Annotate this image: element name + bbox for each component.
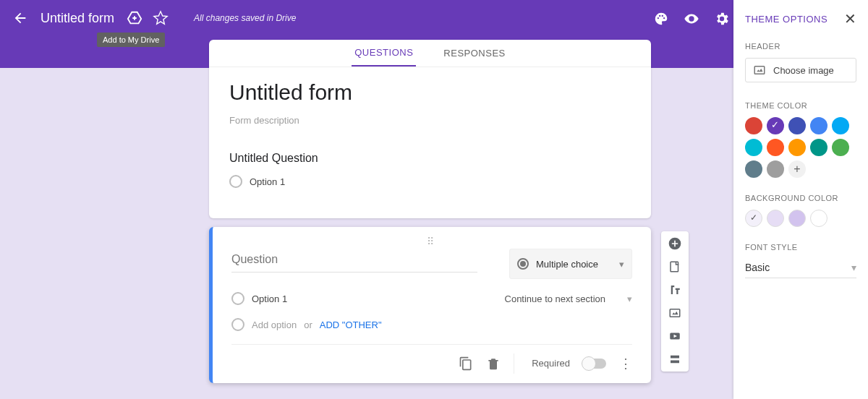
svg-point-0 bbox=[658, 17, 659, 19]
question-editor: ⠿ Multiple choice ▾ Option 1 Continue to… bbox=[209, 227, 651, 383]
tab-questions[interactable]: QUESTIONS bbox=[352, 40, 416, 66]
theme-color-swatch[interactable] bbox=[810, 117, 827, 134]
settings-icon[interactable] bbox=[713, 10, 731, 27]
add-option-row: Add option or ADD "OTHER" bbox=[231, 318, 632, 331]
add-option-link[interactable]: Add option bbox=[252, 319, 297, 330]
font-style-value: Basic bbox=[745, 262, 770, 273]
radio-type-icon bbox=[517, 258, 529, 270]
svg-point-3 bbox=[663, 17, 665, 19]
theme-panel-title: THEME OPTIONS bbox=[745, 14, 827, 25]
or-text: or bbox=[304, 319, 312, 330]
add-video-icon[interactable] bbox=[667, 328, 683, 344]
drive-tooltip: Add to My Drive bbox=[97, 33, 165, 47]
radio-icon bbox=[229, 175, 242, 188]
svg-rect-6 bbox=[671, 262, 678, 272]
image-icon bbox=[753, 64, 766, 77]
form-header: Untitled form Form description bbox=[209, 67, 651, 147]
svg-point-1 bbox=[659, 15, 660, 17]
add-to-drive-icon[interactable] bbox=[126, 9, 143, 27]
theme-color-label: THEME COLOR bbox=[745, 101, 856, 110]
bg-color-swatch[interactable] bbox=[810, 210, 827, 227]
goto-section-select[interactable]: Continue to next section ▾ bbox=[505, 293, 632, 304]
bg-color-swatch[interactable] bbox=[767, 210, 784, 227]
theme-color-swatches: + bbox=[745, 117, 856, 178]
svg-rect-10 bbox=[671, 361, 679, 364]
svg-rect-7 bbox=[670, 309, 680, 317]
radio-icon bbox=[231, 292, 244, 305]
form-card: QUESTIONS RESPONSES Untitled form Form d… bbox=[209, 40, 651, 218]
question-type-select[interactable]: Multiple choice ▾ bbox=[509, 249, 632, 279]
more-icon[interactable]: ⋮ bbox=[619, 356, 632, 372]
palette-icon[interactable] bbox=[652, 10, 670, 27]
appbar-left: Untitled form All changes saved in Drive bbox=[12, 0, 296, 36]
chevron-down-icon: ▾ bbox=[627, 293, 632, 304]
bg-color-swatches bbox=[745, 210, 856, 227]
import-questions-icon[interactable] bbox=[667, 259, 683, 275]
bg-color-swatch[interactable] bbox=[745, 210, 762, 227]
drag-handle-icon[interactable]: ⠿ bbox=[231, 236, 632, 244]
theme-color-swatch[interactable] bbox=[745, 139, 762, 156]
theme-color-swatch[interactable] bbox=[767, 160, 784, 178]
theme-color-swatch[interactable] bbox=[767, 117, 784, 134]
bg-color-label: BACKGROUND COLOR bbox=[745, 194, 856, 202]
form-description[interactable]: Form description bbox=[229, 115, 631, 126]
radio-icon bbox=[231, 318, 244, 331]
chevron-down-icon: ▾ bbox=[851, 262, 856, 273]
star-icon[interactable] bbox=[152, 9, 169, 27]
required-toggle[interactable] bbox=[583, 359, 606, 369]
question-1-title: Untitled Question bbox=[229, 152, 631, 165]
header-section-label: HEADER bbox=[745, 42, 856, 51]
add-section-icon[interactable] bbox=[667, 351, 683, 367]
editor-option-1: Option 1 Continue to next section ▾ bbox=[231, 292, 632, 305]
goto-label: Continue to next section bbox=[505, 293, 605, 304]
add-question-icon[interactable] bbox=[667, 236, 683, 252]
close-icon[interactable]: ✕ bbox=[844, 10, 856, 27]
svg-point-2 bbox=[662, 15, 663, 17]
add-image-icon[interactable] bbox=[667, 305, 683, 321]
question-1-option-1: Option 1 bbox=[229, 175, 631, 188]
theme-color-swatch[interactable] bbox=[745, 117, 762, 134]
svg-point-4 bbox=[690, 17, 693, 20]
choose-image-button[interactable]: Choose image bbox=[745, 58, 856, 82]
theme-color-swatch[interactable] bbox=[788, 139, 806, 156]
option-label: Option 1 bbox=[250, 176, 285, 187]
theme-color-swatch[interactable] bbox=[745, 160, 762, 178]
delete-icon[interactable] bbox=[486, 356, 501, 371]
required-label: Required bbox=[532, 358, 570, 369]
save-status: All changes saved in Drive bbox=[194, 13, 296, 23]
add-other-link[interactable]: ADD "OTHER" bbox=[320, 319, 382, 330]
side-toolbar bbox=[661, 231, 689, 372]
theme-color-swatch[interactable] bbox=[810, 139, 827, 156]
theme-panel: THEME OPTIONS ✕ HEADER Choose image THEM… bbox=[733, 0, 868, 399]
tabs: QUESTIONS RESPONSES bbox=[209, 40, 651, 67]
form-title-header[interactable]: Untitled form bbox=[38, 11, 117, 26]
form-title[interactable]: Untitled form bbox=[229, 80, 631, 105]
question-text-input[interactable] bbox=[231, 249, 477, 273]
option-label[interactable]: Option 1 bbox=[252, 293, 287, 304]
duplicate-icon[interactable] bbox=[459, 356, 473, 371]
bg-color-swatch[interactable] bbox=[788, 210, 806, 227]
tab-responses[interactable]: RESPONSES bbox=[441, 40, 508, 66]
font-style-select[interactable]: Basic ▾ bbox=[745, 259, 856, 278]
question-1[interactable]: Untitled Question Option 1 bbox=[209, 147, 651, 218]
svg-rect-11 bbox=[754, 66, 765, 74]
add-custom-color[interactable]: + bbox=[788, 160, 806, 178]
question-footer: Required ⋮ bbox=[231, 344, 632, 376]
appbar-right bbox=[652, 10, 731, 27]
choose-image-label: Choose image bbox=[773, 65, 834, 76]
svg-rect-9 bbox=[671, 356, 679, 359]
font-style-label: FONT STYLE bbox=[745, 243, 856, 252]
theme-color-swatch[interactable] bbox=[788, 117, 806, 134]
back-icon[interactable] bbox=[12, 9, 29, 27]
theme-color-swatch[interactable] bbox=[832, 139, 849, 156]
theme-color-swatch[interactable] bbox=[767, 139, 784, 156]
theme-color-swatch[interactable] bbox=[832, 117, 849, 134]
chevron-down-icon: ▾ bbox=[619, 259, 624, 270]
divider bbox=[514, 353, 514, 374]
question-type-label: Multiple choice bbox=[536, 259, 598, 270]
add-title-icon[interactable] bbox=[667, 282, 683, 298]
preview-icon[interactable] bbox=[683, 10, 700, 27]
